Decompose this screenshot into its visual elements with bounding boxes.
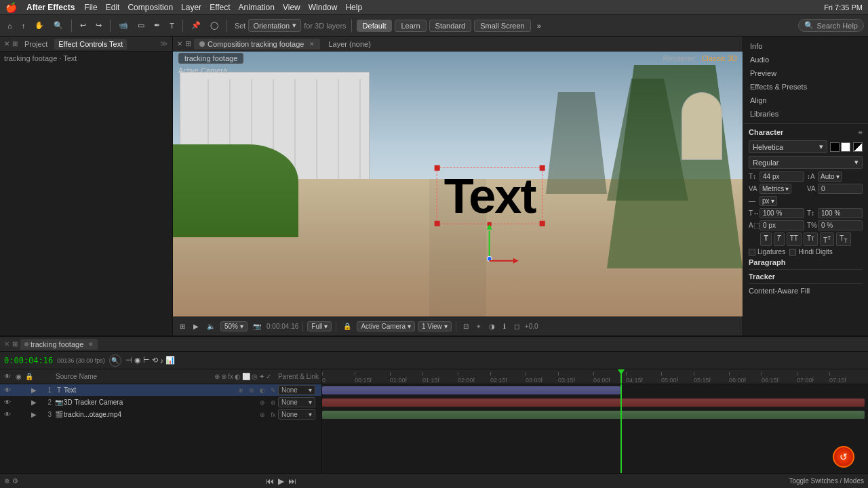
zoom-dropdown[interactable]: 50% ▾ bbox=[220, 321, 248, 331]
quality-dropdown[interactable]: Full ▾ bbox=[307, 321, 332, 331]
panel-item-libraries[interactable]: Libraries bbox=[743, 107, 868, 121]
tl-add-marker-btn[interactable]: ⊕ bbox=[4, 477, 9, 485]
viewer-grid-btn[interactable]: ⊞ bbox=[177, 321, 188, 331]
track-bar-3[interactable] bbox=[322, 411, 865, 419]
all-caps-btn[interactable]: TT bbox=[787, 232, 802, 246]
col-switch-7[interactable]: ✦ bbox=[259, 373, 264, 380]
menu-layer[interactable]: Layer bbox=[181, 3, 201, 12]
comp-tab-tracking[interactable]: Composition tracking footage ✕ bbox=[194, 39, 320, 49]
tl-play-btn[interactable]: ▶ bbox=[278, 476, 284, 486]
workspace-learn[interactable]: Learn bbox=[395, 20, 426, 32]
workspace-default[interactable]: Default bbox=[357, 20, 393, 32]
layer-1-switch-2[interactable]: ⊛ bbox=[247, 387, 256, 394]
tl-settings-btn[interactable]: ⚙ bbox=[12, 477, 18, 485]
menu-animation[interactable]: Animation bbox=[239, 3, 275, 12]
panel-item-audio[interactable]: Audio bbox=[743, 53, 868, 66]
camera-view-dropdown[interactable]: Active Camera ▾ bbox=[357, 321, 415, 331]
font-size-field[interactable]: 44 px bbox=[760, 171, 804, 182]
tracking-field[interactable]: 0 bbox=[818, 184, 863, 194]
tool-home[interactable]: ⌂ bbox=[4, 20, 16, 31]
viewer-camera-icon[interactable]: 📷 bbox=[250, 321, 264, 331]
faux-bold-btn[interactable]: T bbox=[760, 232, 771, 246]
font-dropdown[interactable]: Helvetica ▾ bbox=[749, 140, 827, 153]
layer-1-switch-3[interactable]: ◐ bbox=[258, 387, 267, 394]
composition-text-element[interactable]: Text bbox=[444, 171, 536, 220]
track-bar-2[interactable] bbox=[322, 399, 865, 407]
tl-prev-frame-btn[interactable]: ⏮ bbox=[266, 476, 274, 486]
fill-color-swatch[interactable] bbox=[830, 142, 840, 152]
menu-edit[interactable]: Edit bbox=[106, 3, 120, 12]
layer-3-expand[interactable]: ▶ bbox=[31, 411, 39, 418]
panel-item-preview[interactable]: Preview bbox=[743, 66, 868, 80]
panel-item-effects-presets[interactable]: Effects & Presets bbox=[743, 80, 868, 94]
panel-collapse-btn[interactable]: ≫ bbox=[160, 39, 168, 48]
search-help[interactable]: 🔍 Search Help bbox=[798, 19, 864, 32]
layer-1-switch-1[interactable]: ⊕ bbox=[236, 387, 245, 394]
layer-row-1[interactable]: 👁 ▶ 1 T Text ⊕ ⊛ ◐ ✎ None ▾ bbox=[0, 384, 321, 396]
paragraph-label[interactable]: Paragraph bbox=[749, 258, 863, 266]
layer-1-expand[interactable]: ▶ bbox=[31, 386, 39, 394]
panel-close-btn[interactable]: ✕ bbox=[4, 40, 9, 47]
small-caps-btn[interactable]: TT bbox=[804, 232, 818, 246]
content-aware-fill-label[interactable]: Content-Aware Fill bbox=[749, 287, 863, 295]
faux-italic-btn[interactable]: T bbox=[774, 232, 785, 246]
viewer-snap-btn[interactable]: ⌖ bbox=[474, 321, 484, 332]
menu-file[interactable]: File bbox=[84, 3, 97, 12]
time-search-btn[interactable]: 🔍 bbox=[109, 354, 121, 367]
play-stop-btn[interactable]: ◉ bbox=[134, 356, 141, 365]
superscript-btn[interactable]: TT bbox=[820, 232, 834, 246]
col-switch-1[interactable]: ⊕ bbox=[214, 373, 220, 380]
layer-2-parent-dropdown[interactable]: None ▾ bbox=[278, 397, 315, 407]
orientation-dropdown[interactable]: Orientation ▾ bbox=[248, 19, 301, 32]
menu-effect[interactable]: Effect bbox=[210, 3, 230, 12]
prev-keyframe-btn[interactable]: ⊣ bbox=[125, 356, 132, 365]
loop-btn[interactable]: ⟲ bbox=[152, 356, 158, 365]
layer-2-switch-2[interactable]: ⊛ bbox=[269, 399, 278, 406]
layer-1-eye[interactable]: 👁 bbox=[3, 386, 12, 394]
tool-redo[interactable]: ↪ bbox=[92, 20, 105, 31]
comp-tab-close-x[interactable]: ✕ bbox=[309, 41, 315, 47]
layer-2-expand[interactable]: ▶ bbox=[31, 399, 39, 406]
workspace-standard[interactable]: Standard bbox=[429, 20, 472, 32]
tool-arrow[interactable]: ↑ bbox=[18, 20, 29, 31]
panel-item-info[interactable]: Info bbox=[743, 39, 868, 53]
tool-zoom[interactable]: 🔍 bbox=[50, 20, 66, 31]
tool-hand[interactable]: ✋ bbox=[31, 20, 47, 31]
col-switch-2[interactable]: ⊛ bbox=[221, 373, 226, 380]
stroke-color-swatch[interactable] bbox=[841, 142, 850, 152]
tool-shape[interactable]: ▭ bbox=[134, 20, 148, 31]
apple-icon[interactable]: 🍎 bbox=[5, 2, 17, 13]
layer-2-switch-1[interactable]: ⊕ bbox=[258, 399, 267, 406]
hindi-digits-checkbox[interactable] bbox=[789, 249, 796, 256]
col-switch-4[interactable]: ◐ bbox=[235, 373, 241, 380]
menu-help[interactable]: Help bbox=[345, 3, 362, 12]
menu-composition[interactable]: Composition bbox=[127, 3, 173, 12]
layer-1-parent-dropdown[interactable]: None ▾ bbox=[278, 385, 315, 395]
col-switch-5[interactable]: ⬜ bbox=[242, 373, 250, 380]
tsb-field[interactable]: 0 % bbox=[818, 220, 863, 230]
viewer-preview-btn[interactable]: ◻ bbox=[511, 321, 522, 331]
layer-3-fx[interactable]: fx bbox=[269, 411, 278, 418]
timeline-ruler[interactable]: 0 00:15f 01:00f 01:15f 02:00f 02:15f 03:… bbox=[322, 369, 868, 384]
graph-btn[interactable]: 📊 bbox=[165, 356, 175, 365]
text-overlay-container[interactable]: Text bbox=[437, 167, 543, 224]
auto-leading-dropdown[interactable]: Auto ▾ bbox=[818, 171, 842, 182]
layer-3-switch-1[interactable]: ⊕ bbox=[258, 411, 267, 418]
comp-tab-close[interactable]: ✕ bbox=[177, 40, 182, 47]
views-dropdown[interactable]: 1 View ▾ bbox=[418, 321, 452, 331]
viewer-play-btn[interactable]: ▶ bbox=[191, 321, 201, 331]
toggle-switches-btn[interactable]: Toggle Switches / Modes bbox=[789, 477, 864, 485]
layer-row-3[interactable]: 👁 ▶ 3 🎬 trackin...otage.mp4 ⊕ fx None ▾ bbox=[0, 409, 321, 421]
menu-view[interactable]: View bbox=[283, 3, 300, 12]
baseline-field[interactable]: 0 px bbox=[760, 220, 804, 230]
menu-window[interactable]: Window bbox=[309, 3, 338, 12]
leading-unit-dropdown[interactable]: px ▾ bbox=[760, 196, 777, 206]
tl-next-frame-btn[interactable]: ⏭ bbox=[288, 476, 296, 486]
panel-expand-btn[interactable]: ⊞ bbox=[12, 40, 18, 47]
horiz-scale-field[interactable]: 100 % bbox=[760, 208, 804, 218]
col-switch-6[interactable]: ◎ bbox=[252, 373, 258, 380]
layer-row-2[interactable]: 👁 ▶ 2 📷 3D Tracker Camera ⊕ ⊛ None ▾ bbox=[0, 396, 321, 409]
tool-camera[interactable]: 📹 bbox=[115, 20, 132, 31]
audio-btn[interactable]: ♪ bbox=[160, 357, 164, 365]
current-time-display[interactable]: 0:00:04:16 bbox=[4, 356, 53, 365]
